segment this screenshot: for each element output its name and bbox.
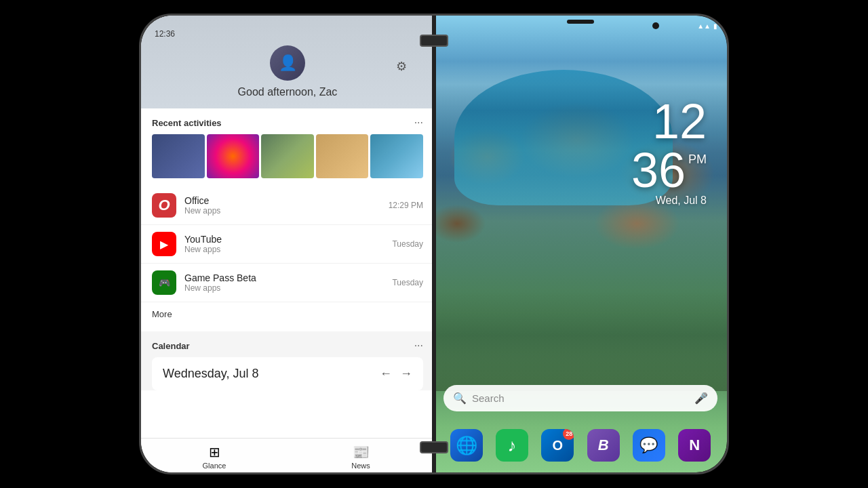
bootstrap-icon: B <box>598 436 609 454</box>
messages-icon: 💬 <box>639 436 658 454</box>
mic-icon[interactable]: 🎤 <box>694 392 708 405</box>
left-time: 12:36 <box>155 29 175 39</box>
search-placeholder[interactable]: Search <box>472 392 694 404</box>
clock-hour: 12 <box>631 97 707 146</box>
youtube-icon: ▶ <box>152 232 176 256</box>
volume-up-button[interactable] <box>139 151 140 178</box>
photo-1[interactable] <box>152 134 205 178</box>
photo-3[interactable] <box>261 134 314 178</box>
wifi-icon: ▲▲ <box>697 22 711 30</box>
calendar-nav: ← → <box>380 367 412 381</box>
gamepass-time: Tuesday <box>392 278 423 287</box>
power-button[interactable] <box>728 151 729 192</box>
photo-2[interactable] <box>207 134 260 178</box>
news-label: News <box>351 462 370 470</box>
bottom-tabs: ⊞ Glance 📰 News <box>141 438 434 472</box>
tab-news[interactable]: 📰 News <box>288 444 434 470</box>
spotify-icon: ♪ <box>507 435 516 456</box>
gamepass-name: Game Pass Beta <box>184 272 392 283</box>
right-panel: ▲▲ ▮ 12 36 PM Wed, Jul 8 🔍 Search 🎤 <box>434 16 727 472</box>
left-content: Recent activities ··· O <box>141 108 434 438</box>
activity-office[interactable]: O Office New apps 12:29 PM <box>141 186 434 225</box>
calendar-prev-button[interactable]: ← <box>380 367 392 381</box>
recent-activities-header: Recent activities ··· <box>141 108 434 134</box>
clock-display: 12 36 PM Wed, Jul 8 <box>631 97 707 207</box>
outlook-icon: O <box>553 438 564 453</box>
edge-icon: 🌐 <box>456 435 477 456</box>
left-header: 12:36 ⚙ Good afternoon, Zac <box>141 16 434 108</box>
search-bar[interactable]: 🔍 Search 🎤 <box>443 385 717 411</box>
outlook-app[interactable]: O 28 <box>541 429 574 462</box>
wallpaper: ▲▲ ▮ 12 36 PM Wed, Jul 8 🔍 Search 🎤 <box>434 16 727 472</box>
avatar[interactable] <box>270 45 305 81</box>
dual-screen-device: 12:36 ⚙ Good afternoon, Zac Recent activ… <box>139 14 729 474</box>
youtube-info: YouTube New apps <box>184 234 392 254</box>
gamepass-icon: 🎮 <box>152 270 176 295</box>
onenote-icon: N <box>689 436 700 454</box>
glance-icon: ⊞ <box>209 444 220 460</box>
outlook-badge: 28 <box>563 429 574 440</box>
activity-gamepass[interactable]: 🎮 Game Pass Beta New apps Tuesday <box>141 264 434 302</box>
office-name: Office <box>184 195 389 206</box>
right-side-buttons <box>728 151 729 192</box>
status-icons: ▲▲ ▮ <box>697 22 717 30</box>
photo-strip[interactable] <box>141 134 434 186</box>
battery-icon: ▮ <box>713 22 717 30</box>
messages-app[interactable]: 💬 <box>633 429 665 462</box>
bootstrap-app[interactable]: B <box>587 429 620 462</box>
left-side-buttons <box>139 151 140 212</box>
photo-4[interactable] <box>316 134 369 178</box>
calendar-date-row: Wednesday, Jul 8 ← → <box>163 367 412 381</box>
office-info: Office New apps <box>184 195 389 216</box>
app-dock: 🌐 ♪ O 28 B 💬 N <box>443 429 717 462</box>
office-sub: New apps <box>184 206 389 216</box>
hinge-top <box>420 35 448 47</box>
left-panel: 12:36 ⚙ Good afternoon, Zac Recent activ… <box>141 16 434 472</box>
office-icon: O <box>152 193 176 218</box>
clock-minute-row: 36 PM <box>631 146 707 195</box>
calendar-content: Wednesday, Jul 8 ← → <box>152 357 423 390</box>
status-bar-right: ▲▲ ▮ <box>434 22 727 30</box>
search-icon: 🔍 <box>453 392 467 405</box>
youtube-time: Tuesday <box>392 239 423 249</box>
calendar-more-icon[interactable]: ··· <box>414 340 423 352</box>
calendar-section: Calendar ··· Wednesday, Jul 8 ← → <box>141 331 434 390</box>
status-bar-left: 12:36 <box>155 29 420 39</box>
recent-activities-more-icon[interactable]: ··· <box>414 117 423 129</box>
center-divider <box>432 16 436 472</box>
glance-label: Glance <box>203 462 226 470</box>
youtube-name: YouTube <box>184 234 392 245</box>
youtube-sub: New apps <box>184 245 392 254</box>
settings-icon[interactable]: ⚙ <box>396 59 407 74</box>
activity-youtube[interactable]: ▶ YouTube New apps Tuesday <box>141 225 434 264</box>
tab-glance[interactable]: ⊞ Glance <box>141 444 288 470</box>
onenote-app[interactable]: N <box>678 429 711 462</box>
clock-ampm: PM <box>688 152 707 167</box>
office-time: 12:29 PM <box>389 201 423 210</box>
spotify-app[interactable]: ♪ <box>496 429 528 462</box>
photo-5[interactable] <box>370 134 423 178</box>
calendar-next-button[interactable]: → <box>400 367 412 381</box>
gamepass-sub: New apps <box>184 283 392 293</box>
calendar-date: Wednesday, Jul 8 <box>163 367 258 381</box>
edge-app[interactable]: 🌐 <box>450 429 483 462</box>
more-link[interactable]: More <box>141 302 434 326</box>
recent-activities-title: Recent activities <box>152 118 222 128</box>
news-icon: 📰 <box>353 444 370 460</box>
calendar-title: Calendar <box>152 341 190 351</box>
volume-down-button[interactable] <box>139 185 140 212</box>
greeting-text: Good afternoon, Zac <box>238 86 338 98</box>
calendar-header: Calendar ··· <box>141 331 434 357</box>
gamepass-info: Game Pass Beta New apps <box>184 272 392 293</box>
clock-minute: 36 <box>631 146 686 195</box>
